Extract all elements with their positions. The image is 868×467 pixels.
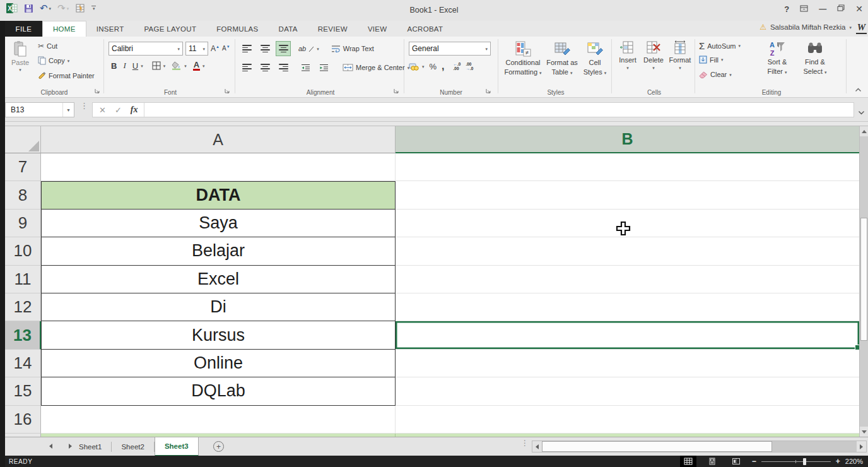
conditional-formatting-button[interactable]: ≠ Conditional Formatting ▾ <box>503 40 543 76</box>
name-box-dropdown[interactable]: ▼ <box>62 103 74 117</box>
underline-button[interactable]: U▾ <box>132 61 143 71</box>
row-header-16[interactable]: 16 <box>5 406 41 434</box>
align-middle-button[interactable] <box>258 42 272 56</box>
cell-B14[interactable] <box>396 350 859 377</box>
account-area[interactable]: ⚠ Salsabila Miftah Rezkia ▾ <box>760 23 852 32</box>
align-right-button[interactable] <box>276 61 290 74</box>
horizontal-scroll-track[interactable] <box>772 441 857 452</box>
cell-B7[interactable] <box>396 153 859 181</box>
borders-button[interactable]: ▾ <box>152 61 166 70</box>
cut-button[interactable]: ✂Cut <box>38 42 57 50</box>
column-header-A[interactable]: A <box>41 126 396 153</box>
zoom-in-button[interactable]: + <box>836 458 840 465</box>
new-sheet-button[interactable]: + <box>213 441 224 452</box>
minimize-button[interactable]: — <box>819 4 826 13</box>
delete-cells-button[interactable]: Delete▾ <box>641 40 666 70</box>
increase-indent-button[interactable] <box>317 61 331 74</box>
align-top-button[interactable] <box>240 42 254 56</box>
align-center-button[interactable] <box>258 61 272 74</box>
clear-button[interactable]: Clear▾ <box>699 71 732 78</box>
cell-B10[interactable] <box>396 237 859 265</box>
bold-button[interactable]: B <box>111 61 117 71</box>
autosum-button[interactable]: Σ AutoSum▾ <box>699 40 741 51</box>
expand-formula-bar-button[interactable] <box>858 106 865 117</box>
insert-function-button[interactable]: fx <box>131 105 138 115</box>
format-painter-button[interactable]: Format Painter <box>38 71 95 80</box>
tab-data[interactable]: DATA <box>269 21 308 37</box>
merge-center-button[interactable]: Merge & Center▾ <box>343 64 409 71</box>
increase-font-button[interactable]: A▲ <box>211 44 220 53</box>
font-size-combo[interactable]: 11▾ <box>185 42 208 56</box>
ribbon-display-options-button[interactable] <box>800 4 808 14</box>
cell-B16[interactable] <box>396 406 859 434</box>
font-family-combo[interactable]: Calibri▾ <box>108 42 183 56</box>
close-button[interactable]: ✕ <box>855 4 863 14</box>
cell-B13[interactable] <box>396 321 859 349</box>
cell-B12[interactable] <box>396 293 859 321</box>
zoom-out-button[interactable]: − <box>752 458 756 465</box>
row-header-9[interactable]: 9 <box>5 210 41 237</box>
cell-A7[interactable] <box>41 153 396 181</box>
cell-B15[interactable] <box>396 377 859 405</box>
excel-app-icon[interactable]: X <box>6 3 18 14</box>
tab-review[interactable]: REVIEW <box>308 21 358 37</box>
tab-page-layout[interactable]: PAGE LAYOUT <box>134 21 206 37</box>
cell-A15[interactable]: DQLab <box>41 377 396 405</box>
vertical-scroll-thumb[interactable] <box>860 218 867 341</box>
horizontal-scrollbar[interactable] <box>532 440 867 452</box>
zoom-slider-thumb[interactable] <box>803 458 806 465</box>
row-header-11[interactable]: 11 <box>5 266 41 293</box>
tab-home[interactable]: HOME <box>42 21 86 37</box>
normal-view-button[interactable] <box>680 456 696 467</box>
wrap-text-button[interactable]: Wrap Text <box>331 45 374 52</box>
format-as-table-button[interactable]: Format as Table ▾ <box>544 40 580 76</box>
cell-A13[interactable]: Kursus <box>41 321 396 349</box>
tab-insert[interactable]: INSERT <box>86 21 134 37</box>
formula-bar-grip[interactable]: ⋮ <box>80 103 88 108</box>
help-button[interactable]: ? <box>784 4 789 14</box>
cell-B11[interactable] <box>396 266 859 293</box>
tab-acrobat[interactable]: ACROBAT <box>397 21 453 37</box>
orientation-button[interactable]: ab▾ <box>298 45 319 52</box>
tab-split-grip[interactable]: ⋮ <box>521 441 529 445</box>
cell-B8[interactable] <box>396 181 859 209</box>
customize-qat-button[interactable]: ▾ <box>91 6 96 11</box>
row-header-15[interactable]: 15 <box>5 377 41 405</box>
page-layout-view-button[interactable] <box>704 456 720 467</box>
increase-decimal-button[interactable]: ←.0.00 <box>454 62 461 71</box>
insert-cells-button[interactable]: Insert▾ <box>616 40 640 70</box>
percent-style-button[interactable]: % <box>430 62 437 71</box>
italic-button[interactable]: I <box>123 61 126 71</box>
vertical-scrollbar[interactable] <box>859 126 868 437</box>
cell-styles-button[interactable]: Cell Styles ▾ <box>581 40 609 76</box>
select-all-corner[interactable] <box>5 126 41 153</box>
row-header-8[interactable]: 8 <box>5 181 41 209</box>
tab-formulas[interactable]: FORMULAS <box>206 21 268 37</box>
sheet-tab-sheet2[interactable]: Sheet2 <box>112 437 153 456</box>
copy-button[interactable]: Copy▾ <box>38 56 69 65</box>
align-bottom-button[interactable] <box>276 42 290 56</box>
accounting-format-button[interactable]: ▾ <box>409 62 425 71</box>
row-header-12[interactable]: 12 <box>5 293 41 321</box>
comma-style-button[interactable]: , <box>442 61 444 72</box>
cell-A9[interactable]: Saya <box>41 210 396 237</box>
alignment-dialog-launcher[interactable] <box>393 88 399 95</box>
cell-A12[interactable]: Di <box>41 293 396 321</box>
formula-input[interactable] <box>144 103 853 117</box>
sheet-tab-sheet1[interactable]: Sheet1 <box>69 437 111 456</box>
number-format-combo[interactable]: General▾ <box>409 42 491 56</box>
page-break-preview-button[interactable] <box>728 456 744 467</box>
fill-color-button[interactable]: ▾ <box>172 61 187 70</box>
cell-A11[interactable]: Excel <box>41 266 396 293</box>
font-color-button[interactable]: A▾ <box>193 61 205 71</box>
sheet-tab-sheet3[interactable]: Sheet3 <box>155 437 199 456</box>
paste-button[interactable]: Paste▾ <box>6 40 34 72</box>
name-box[interactable]: B13 ▼ <box>5 102 74 117</box>
cell-A16[interactable] <box>41 406 396 434</box>
format-cells-button[interactable]: Format▾ <box>667 40 693 70</box>
cancel-entry-button[interactable]: ✕ <box>99 105 106 115</box>
undo-button[interactable]: ↶▾ <box>40 3 51 14</box>
find-select-button[interactable]: Find & Select ▾ <box>797 40 833 76</box>
zoom-percentage[interactable]: 220% <box>845 458 863 465</box>
column-header-B[interactable]: B <box>396 126 859 153</box>
